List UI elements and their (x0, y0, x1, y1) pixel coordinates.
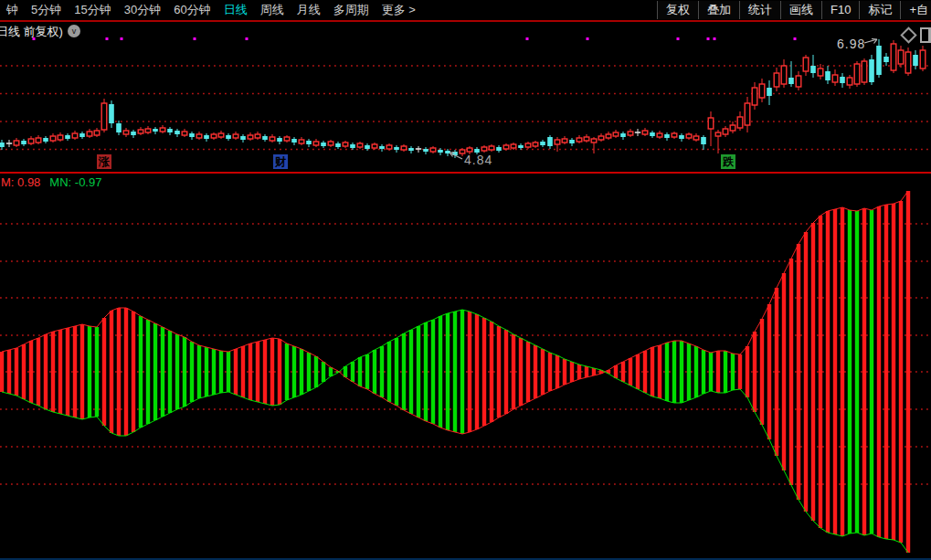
tool-button-2[interactable]: 统计 (739, 1, 780, 19)
menu-item-2[interactable]: 15分钟 (68, 0, 117, 20)
menu-item-7[interactable]: 月线 (291, 0, 327, 20)
layout-split-icon[interactable] (920, 27, 931, 43)
tool-button-5[interactable]: 标记 (859, 1, 900, 19)
event-badge-1[interactable]: 财 (273, 154, 288, 169)
chart-title: 日线 前复权) (0, 24, 63, 40)
tool-menu: 复权叠加统计画线F10标记+自 (657, 0, 931, 20)
tool-button-1[interactable]: 叠加 (698, 1, 739, 19)
menu-item-5[interactable]: 日线 (217, 0, 254, 20)
event-badge-2[interactable]: 跌 (721, 154, 735, 169)
menu-item-3[interactable]: 30分钟 (118, 0, 167, 20)
high-price-label: 6.98 (837, 37, 865, 51)
menu-item-8[interactable]: 多周期 (327, 0, 376, 20)
menu-item-9[interactable]: 更多 > (376, 0, 422, 20)
tool-button-4[interactable]: F10 (821, 1, 859, 19)
app-window: 钟5分钟15分钟30分钟60分钟日线周线月线多周期更多 > 复权叠加统计画线F1… (0, 0, 931, 560)
indicator-label-1: MN: -0.97 (49, 175, 101, 189)
indicator-label-0: M: 0.98 (1, 175, 40, 189)
tool-button-6[interactable]: +自 (900, 1, 931, 19)
low-price-label: 4.84 (464, 153, 492, 167)
panel-divider[interactable] (0, 172, 931, 174)
tool-button-3[interactable]: 画线 (780, 1, 821, 19)
tool-button-0[interactable]: 复权 (657, 1, 698, 19)
chevron-down-icon[interactable]: v (68, 25, 80, 37)
top-menu-bar: 钟5分钟15分钟30分钟60分钟日线周线月线多周期更多 > 复权叠加统计画线F1… (0, 0, 931, 22)
event-badge-0[interactable]: 涨 (97, 154, 111, 169)
menu-item-4[interactable]: 60分钟 (167, 0, 217, 20)
indicator-value-labels: M: 0.98MN: -0.97 (1, 175, 111, 189)
menu-item-6[interactable]: 周线 (254, 0, 291, 20)
timeframe-menu: 钟5分钟15分钟30分钟60分钟日线周线月线多周期更多 > (0, 0, 422, 20)
menu-item-1[interactable]: 5分钟 (25, 0, 68, 20)
menu-item-0[interactable]: 钟 (0, 0, 25, 20)
chart-canvas (0, 0, 931, 560)
